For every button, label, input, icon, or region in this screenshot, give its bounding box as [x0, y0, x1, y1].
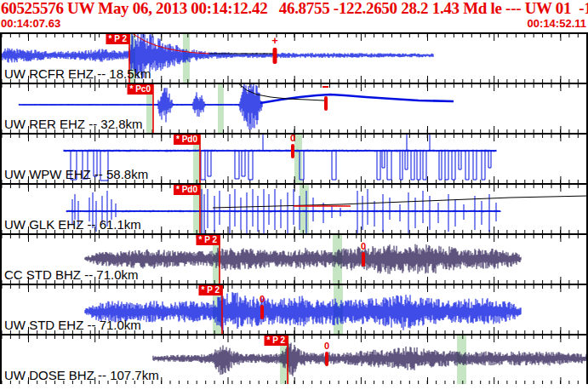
trace-label: CC STD BHZ -- 71.0km — [4, 267, 139, 282]
window-start-time: 00:14:07.63 — [1, 17, 60, 30]
pick-flag[interactable]: * P 2 — [106, 34, 130, 44]
trace-label: UW GLK EHZ -- 61.1km — [4, 217, 141, 232]
time-window-row: 00:14:07.63 00:14:52.11 — [0, 17, 588, 31]
pick-flag[interactable]: * Pd0 — [174, 135, 200, 145]
seismogram-app-window: 60525576 UW May 06, 2013 00:14:12.42 46.… — [0, 0, 588, 390]
trace-label: UW DOSE BHZ -- 107.7km — [4, 368, 159, 382]
trace-label: UW RCFR EHZ -- 18.5km — [4, 66, 151, 81]
trace-label: UW RER EHZ -- 32.8km — [4, 117, 143, 131]
trace-label: UW WPW EHZ -- 58.8km — [4, 167, 148, 181]
pick-flag[interactable]: * Pd0 — [174, 185, 200, 195]
pick-flag[interactable]: * Pc0 — [128, 84, 153, 95]
window-end-time: 00:14:52.11 — [528, 17, 586, 30]
pick-flag[interactable]: * P 2 — [199, 285, 223, 295]
pick-flag[interactable]: * P 2 — [265, 336, 288, 346]
trace-label: UW STD EHZ -- 71.0km — [4, 318, 141, 332]
seismogram-view: +0000* P 2UW RCFR EHZ -- 18.5km* Pc0UW R… — [0, 32, 588, 384]
pick-flag[interactable]: * P 2 — [197, 235, 220, 245]
event-title: 60525576 UW May 06, 2013 00:14:12.42 46.… — [1, 0, 588, 18]
